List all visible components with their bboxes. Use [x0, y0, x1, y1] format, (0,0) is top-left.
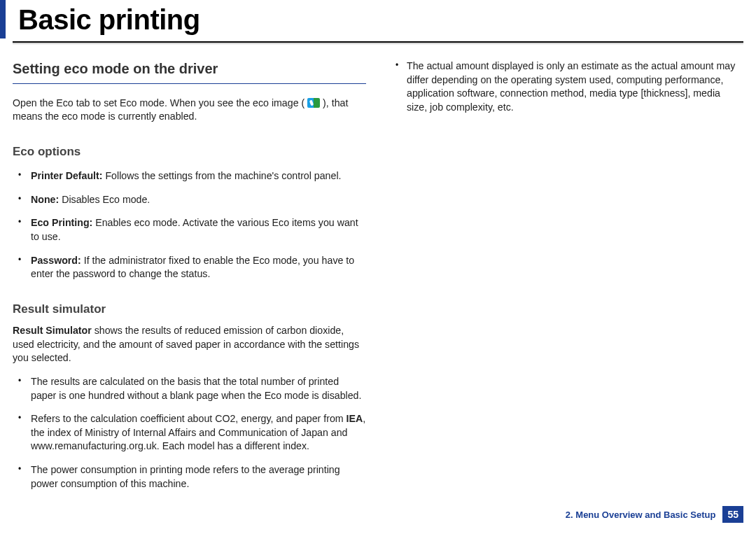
item-text: Follows the settings from the machine's … [102, 170, 341, 181]
left-column: Setting eco mode on the driver Open the … [13, 59, 366, 500]
page-footer: 2. Menu Overview and Basic Setup 55 [566, 506, 743, 523]
section-rule [13, 83, 366, 84]
result-sim-intro: Result Simulator shows the results of re… [13, 324, 366, 365]
item-text: Disables Eco mode. [59, 194, 150, 205]
subheading-eco-options: Eco options [13, 143, 366, 160]
list-item: Printer Default: Follows the settings fr… [29, 169, 366, 183]
right-column: The actual amount displayed is only an e… [390, 59, 743, 500]
right-list: The actual amount displayed is only an e… [390, 59, 743, 114]
eco-icon [307, 98, 320, 108]
page-header: Basic printing [0, 0, 756, 38]
page-title: Basic printing [18, 4, 743, 36]
header-rule-thick [13, 41, 743, 43]
list-item: The actual amount displayed is only an e… [407, 59, 743, 114]
intro-paragraph: Open the Eco tab to set Eco mode. When y… [13, 97, 366, 124]
item-label: Printer Default: [31, 170, 102, 181]
list-item: None: Disables Eco mode. [29, 193, 366, 207]
page-number: 55 [722, 506, 743, 523]
list-item: The power consumption in printing mode r… [29, 463, 366, 491]
item-label: Eco Printing: [31, 217, 92, 228]
content-columns: Setting eco mode on the driver Open the … [0, 44, 756, 500]
item-label: None: [31, 194, 59, 205]
item-text-pre: Refers to the calculation coefficient ab… [31, 413, 346, 424]
list-item: Password: If the administrator fixed to … [29, 254, 366, 281]
list-item: Refers to the calculation coefficient ab… [29, 412, 366, 454]
subheading-result-simulator: Result simulator [13, 301, 366, 317]
section-title-eco-driver: Setting eco mode on the driver [13, 59, 366, 79]
intro-text-a: Open the Eco tab to set Eco mode. When y… [13, 97, 307, 108]
item-text: The power consumption in printing mode r… [31, 464, 340, 489]
list-item: The results are calculated on the basis … [29, 375, 366, 402]
item-label: Password: [31, 255, 81, 266]
eco-options-list: Printer Default: Follows the settings fr… [13, 169, 366, 281]
item-text-bold: IEA [346, 413, 363, 424]
item-text: The actual amount displayed is only an e… [407, 60, 735, 113]
result-sim-label: Result Simulator [13, 325, 92, 336]
result-sim-list: The results are calculated on the basis … [13, 375, 366, 491]
item-text: The results are calculated on the basis … [31, 376, 361, 401]
list-item: Eco Printing: Enables eco mode. Activate… [29, 216, 366, 244]
footer-chapter: 2. Menu Overview and Basic Setup [566, 510, 716, 520]
